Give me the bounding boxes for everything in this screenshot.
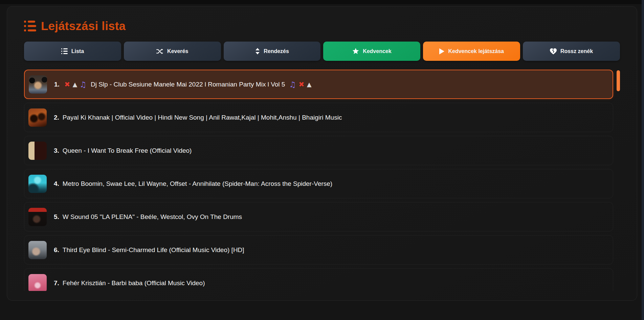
- sort-button[interactable]: Rendezés: [224, 42, 321, 61]
- browser-scrollbar[interactable]: [642, 0, 644, 320]
- window-top-stripe: [0, 0, 644, 4]
- play-favorites-button[interactable]: Kedvencek lejátszása: [423, 42, 520, 61]
- track-thumbnail: [28, 241, 47, 259]
- track-number: 6.: [54, 246, 59, 254]
- shuffle-button[interactable]: Keverés: [124, 42, 221, 61]
- track-number: 1.: [54, 81, 60, 88]
- shuffle-button-label: Keverés: [167, 48, 188, 54]
- star-icon: [352, 48, 359, 54]
- track-thumbnail: [29, 75, 47, 94]
- track-number: 7.: [54, 279, 59, 287]
- track-thumbnail: [28, 175, 47, 193]
- track-title: Third Eye Blind - Semi-Charmed Life (Off…: [63, 246, 244, 254]
- sort-icon: [255, 48, 260, 54]
- red-x-icon: ✖: [298, 80, 305, 89]
- playlist: 1. ✖ ▲ ♫ Dj Slp - Club Sesiune Manele Ma…: [24, 70, 620, 291]
- bad-songs-button-label: Rossz zenék: [560, 48, 593, 54]
- page-title: Lejátszási lista: [41, 19, 126, 33]
- track-number: 4.: [54, 180, 59, 188]
- shuffle-icon: [156, 48, 163, 54]
- play-favorites-button-label: Kedvencek lejátszása: [448, 48, 504, 54]
- track-row-4[interactable]: 4. Metro Boomin, Swae Lee, Lil Wayne, Of…: [24, 169, 613, 198]
- track-row-1[interactable]: 1. ✖ ▲ ♫ Dj Slp - Club Sesiune Manele Ma…: [24, 70, 613, 99]
- music-notes-icon: ♫: [80, 80, 87, 89]
- track-title: Queen - I Want To Break Free (Official V…: [63, 147, 192, 154]
- sort-button-label: Rendezés: [264, 48, 289, 54]
- track-title: Fehér Krisztián - Barbi baba (Official M…: [63, 279, 205, 287]
- list-icon: [61, 48, 68, 54]
- track-title: Metro Boomin, Swae Lee, Lil Wayne, Offse…: [63, 180, 332, 188]
- track-row-5[interactable]: 5. W Sound 05 "LA PLENA" - Beéle, Westco…: [24, 202, 613, 231]
- list-icon: [24, 20, 36, 32]
- track-row-6[interactable]: 6. Third Eye Blind - Semi-Charmed Life (…: [24, 235, 613, 265]
- track-title: Payal Ki Khanak | Official Video | Hindi…: [63, 114, 342, 121]
- track-thumbnail: [28, 108, 47, 127]
- red-x-icon: ✖: [64, 80, 70, 89]
- track-row-3[interactable]: 3. Queen - I Want To Break Free (Officia…: [24, 136, 613, 165]
- triangle-up-icon: ▲: [72, 81, 77, 88]
- track-thumbnail: [28, 274, 47, 291]
- broken-heart-icon: [550, 48, 557, 54]
- track-row-7[interactable]: 7. Fehér Krisztián - Barbi baba (Officia…: [24, 268, 613, 291]
- track-number: 5.: [54, 213, 59, 221]
- track-row-2[interactable]: 2. Payal Ki Khanak | Official Video | Hi…: [24, 103, 613, 132]
- list-button[interactable]: Lista: [24, 42, 121, 61]
- toolbar: Lista Keverés Rendezés Kedvencek: [24, 42, 620, 61]
- list-button-label: Lista: [71, 48, 84, 54]
- track-thumbnail: [28, 208, 47, 226]
- play-icon: [439, 48, 444, 54]
- track-number: 2.: [54, 114, 59, 121]
- track-thumbnail: [28, 142, 47, 160]
- track-title: Dj Slp - Club Sesiune Manele Mai 2022 l …: [91, 81, 285, 88]
- bad-songs-button[interactable]: Rossz zenék: [523, 42, 620, 61]
- playlist-scrollbar-thumb[interactable]: [617, 70, 620, 91]
- page-header: Lejátszási lista: [24, 19, 620, 33]
- favorites-button-label: Kedvencek: [363, 48, 392, 54]
- track-title: W Sound 05 "LA PLENA" - Beéle, Westcol, …: [63, 213, 242, 221]
- triangle-up-icon: ▲: [307, 81, 312, 88]
- track-number: 3.: [54, 147, 59, 154]
- favorites-button[interactable]: Kedvencek: [323, 42, 420, 61]
- playlist-panel: Lejátszási lista Lista Keverés: [7, 6, 637, 301]
- music-notes-icon: ♫: [289, 80, 296, 89]
